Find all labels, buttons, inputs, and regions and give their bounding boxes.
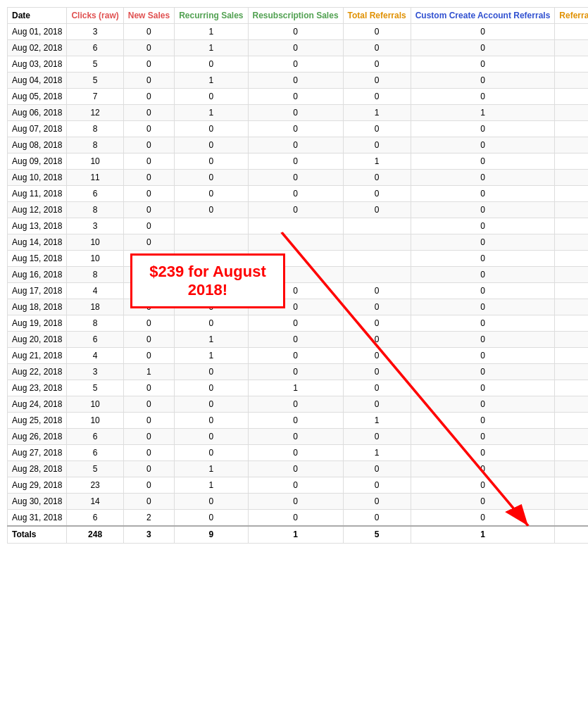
cell-recurring: 0 [175,137,248,153]
cell-clicks: 8 [67,121,123,137]
col-header-clicks: Clicks (raw) [67,8,123,24]
cell-ref-credits: 0 [555,202,588,218]
cell-ref-credits: 2 [555,251,588,267]
cell-new: 0 [123,218,174,234]
totals-custom: 1 [411,526,555,543]
cell-total-ref: 0 [343,24,411,40]
cell-clicks: 7 [67,89,123,105]
cell-custom: 0 [411,413,555,429]
cell-total-ref: 0 [343,299,411,315]
cell-recurring: 0 [175,153,248,170]
cell-custom: 0 [411,283,555,299]
cell-recurring: 0 [175,380,248,396]
cell-clicks: 8 [67,137,123,153]
cell-resub: 0 [248,396,343,413]
cell-clicks: 18 [67,299,123,315]
cell-total-ref: 0 [343,494,411,510]
cell-new: 0 [123,40,174,56]
col-header-resubscription: Resubscription Sales [248,8,343,24]
cell-resub: 0 [248,348,343,364]
totals-label: Totals [8,526,67,543]
cell-date: Aug 09, 2018 [8,153,67,170]
cell-date: Aug 23, 2018 [8,380,67,396]
cell-resub: 0 [248,461,343,477]
cell-clicks: 14 [67,494,123,510]
cell-clicks: 5 [67,380,123,396]
table-row: Aug 28, 20185010002$14.00 [8,461,589,477]
cell-custom: 0 [411,380,555,396]
table-row: Aug 01, 20183010000$23.50 [8,24,589,40]
cell-ref-credits: 0 [555,364,588,380]
cell-date: Aug 08, 2018 [8,137,67,153]
cell-resub: 0 [248,413,343,429]
cell-new: 0 [123,494,174,510]
cell-total-ref: 0 [343,202,411,218]
cell-resub: 0 [248,429,343,445]
cell-custom: 0 [411,251,555,267]
cell-date: Aug 16, 2018 [8,267,67,283]
cell-new: 0 [123,24,174,40]
table-row: Aug 02, 20186010000$23.50 [8,40,589,56]
cell-date: Aug 29, 2018 [8,477,67,494]
cell-clicks: 5 [67,461,123,477]
cell-date: Aug 27, 2018 [8,445,67,461]
cell-custom: 0 [411,153,555,170]
cell-custom: 0 [411,396,555,413]
col-header-date: Date [8,8,67,24]
cell-new: 0 [123,332,174,348]
cell-new: 0 [123,170,174,186]
table-row: Aug 26, 201860000000 [8,429,589,445]
cell-recurring: 0 [175,494,248,510]
table-row: Aug 07, 201880000000 [8,121,589,137]
cell-recurring: 1 [175,40,248,56]
col-header-referral-credits: Referral Credits [555,8,588,24]
cell-resub: 0 [248,510,343,527]
table-row: Aug 24, 2018100000000 [8,396,589,413]
table-row: Aug 10, 2018110000020 [8,170,589,186]
cell-new: 0 [123,89,174,105]
cell-ref-credits: 0 [555,153,588,170]
cell-date: Aug 04, 2018 [8,73,67,89]
cell-recurring: 0 [175,510,248,527]
cell-recurring: 0 [175,202,248,218]
cell-custom: 0 [411,315,555,332]
cell-custom: 0 [411,24,555,40]
cell-ref-credits: 0 [555,56,588,73]
table-row: Aug 16, 201880000 [8,267,589,283]
cell-ref-credits: 0 [555,445,588,461]
cell-ref-credits: 0 [555,429,588,445]
cell-custom: 1 [411,105,555,121]
cell-date: Aug 07, 2018 [8,121,67,137]
cell-clicks: 3 [67,364,123,380]
cell-total-ref: 1 [343,105,411,121]
table-row: Aug 27, 201860001000 [8,445,589,461]
totals-new: 3 [123,526,174,543]
cell-recurring: 0 [175,186,248,202]
cell-clicks: 12 [67,105,123,121]
cell-new: 0 [123,348,174,364]
cell-total-ref: 0 [343,73,411,89]
cell-resub: 0 [248,73,343,89]
cell-clicks: 6 [67,429,123,445]
cell-total-ref: 0 [343,477,411,494]
cell-new: 0 [123,477,174,494]
cell-clicks: 10 [67,251,123,267]
cell-total-ref: 0 [343,461,411,477]
cell-ref-credits: 0 [555,332,588,348]
cell-ref-credits: 0 [555,477,588,494]
cell-date: Aug 18, 2018 [8,299,67,315]
table-row: Aug 06, 201812010110$23.50 [8,105,589,121]
cell-date: Aug 31, 2018 [8,510,67,527]
cell-date: Aug 28, 2018 [8,461,67,477]
cell-date: Aug 26, 2018 [8,429,67,445]
cell-ref-credits: 0 [555,40,588,56]
cell-total-ref: 0 [343,348,411,364]
cell-ref-credits: 0 [555,89,588,105]
cell-resub: 0 [248,170,343,186]
cell-ref-credits: 0 [555,186,588,202]
col-header-new: New Sales [123,8,174,24]
cell-clicks: 3 [67,24,123,40]
cell-total-ref: 0 [343,40,411,56]
cell-clicks: 23 [67,477,123,494]
table-row: Aug 20, 20186010000$23.50 [8,332,589,348]
